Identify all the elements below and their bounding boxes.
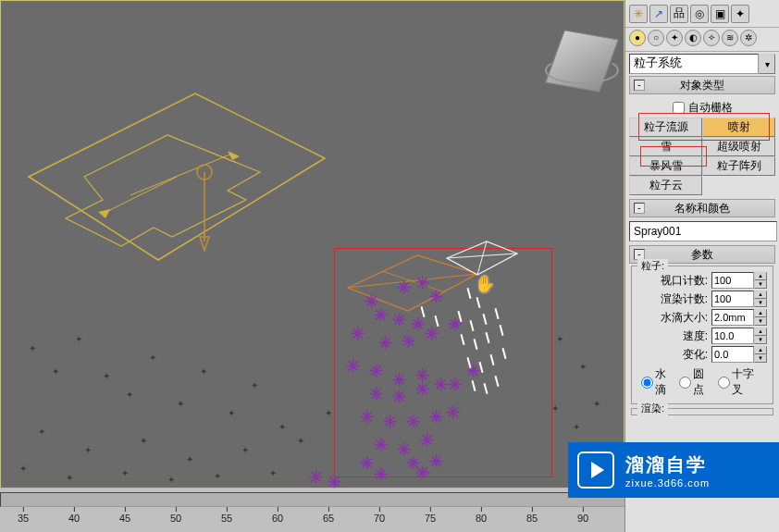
spin-up-icon[interactable]: ▲ xyxy=(754,309,767,317)
drop-size-input[interactable] xyxy=(711,309,754,326)
background-particle: ✦ xyxy=(121,468,129,478)
parray-button[interactable]: 粒子阵列 xyxy=(702,156,775,176)
background-particle: ✦ xyxy=(297,436,304,446)
speed-label: 速度: xyxy=(636,328,708,344)
spin-down-icon[interactable]: ▼ xyxy=(754,280,767,289)
timeline-tick: 60 xyxy=(272,513,283,524)
rollout-title: 对象类型 xyxy=(680,78,724,93)
timeline-tick: 85 xyxy=(526,513,538,524)
render-count-input[interactable] xyxy=(711,291,754,307)
particle: ✳ xyxy=(351,324,365,344)
superspray-button[interactable]: 超级喷射 xyxy=(702,137,775,156)
drop-radio[interactable] xyxy=(641,377,653,389)
viewport[interactable]: ✋ ✳✳✳✳✳✳✳✳✳✳✳✳✳✳✳✳✳✳✳✳✳✳✳✳✳✳✳✳✳✳✳✳✳✳✳✳✳✦… xyxy=(0,0,624,489)
hierarchy-tab-icon[interactable]: 品 xyxy=(670,5,688,23)
spin-down-icon[interactable]: ▼ xyxy=(754,317,767,326)
hand-cursor: ✋ xyxy=(475,274,495,294)
background-particle: ✦ xyxy=(573,422,580,432)
watermark-overlay: 溜溜自学 zixue.3d66.com xyxy=(568,442,779,498)
svg-marker-0 xyxy=(29,93,325,260)
dropdown-arrow-icon[interactable]: ▾ xyxy=(759,54,775,74)
particle: ✳ xyxy=(360,407,374,427)
play-icon xyxy=(577,452,614,489)
modify-tab-icon[interactable]: ↗ xyxy=(649,5,668,23)
snow-button[interactable]: 雪 xyxy=(629,137,702,156)
viewport-count-input[interactable] xyxy=(711,272,754,289)
spacewarps-icon[interactable]: ≋ xyxy=(722,30,738,46)
timeline-tick: 45 xyxy=(119,513,130,524)
particle: ✳ xyxy=(446,402,460,423)
pcloud-button[interactable]: 粒子云 xyxy=(629,176,702,195)
particle: ✳ xyxy=(429,287,443,307)
particle: ✳ xyxy=(429,452,443,472)
background-particle: ✦ xyxy=(84,445,92,455)
particle: ✳ xyxy=(406,412,420,432)
motion-tab-icon[interactable]: ◎ xyxy=(690,5,709,23)
variation-input[interactable] xyxy=(711,346,754,363)
subcategory-dropdown[interactable]: 粒子系统 ▾ xyxy=(629,54,775,74)
timeline-tick: 40 xyxy=(68,513,80,524)
particle: ✳ xyxy=(309,467,323,488)
render-group-label: 渲染: xyxy=(637,402,668,415)
emitter-2[interactable] xyxy=(445,240,519,277)
autogrid-label: 自动栅格 xyxy=(688,100,733,116)
helpers-icon[interactable]: ✧ xyxy=(703,30,720,46)
background-particle: ✦ xyxy=(19,464,27,474)
cameras-icon[interactable]: ◐ xyxy=(685,30,701,46)
render-count-label: 渲染计数: xyxy=(636,291,708,307)
svg-marker-8 xyxy=(200,237,209,251)
particle: ✳ xyxy=(397,278,411,298)
display-tab-icon[interactable]: ▣ xyxy=(711,5,729,23)
object-name-input[interactable] xyxy=(629,221,777,241)
spin-up-icon[interactable]: ▲ xyxy=(754,272,767,280)
spin-up-icon[interactable]: ▲ xyxy=(754,291,767,299)
background-particle: ✦ xyxy=(551,403,559,414)
wireframe-plane xyxy=(19,84,334,269)
svg-line-2 xyxy=(130,154,232,195)
systems-icon[interactable]: ✲ xyxy=(740,30,757,46)
svg-point-6 xyxy=(197,165,212,179)
subcategory-field[interactable]: 粒子系统 xyxy=(629,54,759,74)
rollout-title: 参数 xyxy=(691,247,713,263)
spin-up-icon[interactable]: ▲ xyxy=(754,346,767,354)
variation-label: 变化: xyxy=(636,347,708,363)
particle: ✳ xyxy=(415,273,429,293)
timeline-tick: 90 xyxy=(577,513,588,524)
spin-down-icon[interactable]: ▼ xyxy=(754,354,767,363)
svg-marker-1 xyxy=(66,135,260,246)
collapse-icon[interactable]: - xyxy=(634,203,645,214)
autogrid-checkbox[interactable] xyxy=(673,102,685,114)
background-particle: ✦ xyxy=(200,366,207,377)
speed-input[interactable] xyxy=(711,328,754,344)
viewcube-ring[interactable] xyxy=(545,56,619,84)
background-particle: ✦ xyxy=(38,427,45,437)
lights-icon[interactable]: ✦ xyxy=(666,30,683,46)
collapse-icon[interactable]: - xyxy=(634,80,645,91)
shapes-icon[interactable]: ○ xyxy=(648,30,664,46)
pflow-button[interactable]: 粒子流源 xyxy=(629,118,702,137)
dot-radio[interactable] xyxy=(679,377,691,389)
viewport-count-label: 视口计数: xyxy=(636,273,708,289)
move-gizmo[interactable] xyxy=(177,163,232,255)
create-tab-icon[interactable]: ✳ xyxy=(629,5,648,23)
utilities-tab-icon[interactable]: ✦ xyxy=(731,5,749,23)
blizzard-button[interactable]: 暴风雪 xyxy=(629,156,702,176)
particle: ✳ xyxy=(429,407,443,427)
spin-down-icon[interactable]: ▼ xyxy=(754,336,767,344)
timeline-tick: 50 xyxy=(170,513,181,524)
geometry-icon[interactable]: ● xyxy=(629,30,646,46)
rollout-title: 名称和颜色 xyxy=(674,201,730,217)
spin-up-icon[interactable]: ▲ xyxy=(754,328,767,336)
particle: ✳ xyxy=(402,331,415,352)
rollout-object-type[interactable]: - 对象类型 xyxy=(629,76,775,94)
background-particle: ✦ xyxy=(167,475,175,485)
background-particle: ✦ xyxy=(214,471,221,481)
rollout-name-color[interactable]: - 名称和颜色 xyxy=(629,199,775,217)
spin-down-icon[interactable]: ▼ xyxy=(754,299,767,307)
background-particle: ✦ xyxy=(228,408,235,418)
background-particle: ✦ xyxy=(75,334,82,344)
cross-radio[interactable] xyxy=(718,377,730,389)
background-particle: ✦ xyxy=(251,380,258,390)
spray-button[interactable]: 喷射 xyxy=(702,118,775,137)
particle: ✳ xyxy=(369,361,383,381)
